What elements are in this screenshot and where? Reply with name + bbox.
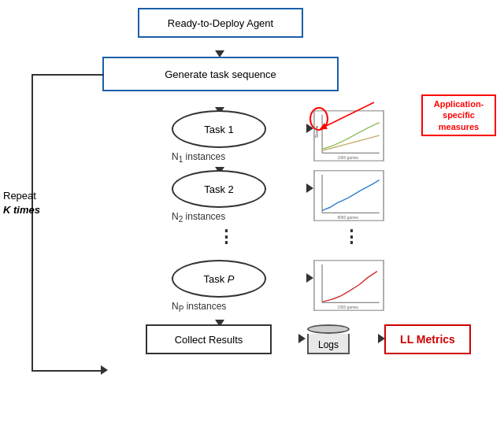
annotation-box: Application- specific measures bbox=[421, 94, 496, 136]
loop-bottom-line bbox=[32, 370, 104, 372]
ready-to-deploy-box: Ready-to-Deploy Agent bbox=[138, 8, 303, 38]
chartP-thumbnail: 1500 games bbox=[313, 260, 384, 311]
arrowhead-to-chartP bbox=[306, 273, 313, 283]
arrow-taskP-to-collect bbox=[0, 57, 2, 80]
arrowhead-to-chart2 bbox=[306, 183, 313, 193]
loop-top-line bbox=[32, 74, 104, 76]
arrow-ready-to-generate bbox=[0, 0, 2, 14]
svg-text:1000 games: 1000 games bbox=[337, 156, 358, 160]
taskP-ellipse: Task P bbox=[172, 260, 266, 298]
svg-text:8000 games: 8000 games bbox=[337, 216, 358, 220]
arrowhead-to-logs bbox=[298, 334, 306, 343]
n2-instances-label: N2 instances bbox=[172, 211, 225, 224]
svg-text:1500 games: 1500 games bbox=[337, 305, 358, 309]
dots-vertical-1: ⋮ bbox=[217, 227, 235, 247]
arrow-logs-to-llmetrics bbox=[0, 82, 30, 83]
logs-cylinder: Logs bbox=[306, 323, 351, 356]
np-instances-label: NP instances bbox=[172, 301, 226, 313]
loop-arrowhead bbox=[101, 365, 108, 375]
diagram: Ready-to-Deploy Agent Generate task sequ… bbox=[0, 0, 504, 422]
loop-left-line bbox=[32, 74, 33, 372]
collect-results-box: Collect Results bbox=[146, 324, 272, 354]
task1-ellipse: Task 1 bbox=[172, 110, 266, 148]
chart2-thumbnail: 8000 games bbox=[313, 170, 384, 221]
annotation-circle bbox=[309, 107, 328, 131]
arrow-taskP-to-chartP bbox=[0, 55, 43, 57]
generate-task-box: Generate task sequence bbox=[102, 57, 339, 91]
dots-vertical-2: ⋮ bbox=[343, 227, 361, 247]
repeat-label: Repeat K times bbox=[3, 189, 40, 217]
n1-instances-label: N1 instances bbox=[172, 151, 225, 164]
ll-metrics-box: LL Metrics bbox=[384, 324, 471, 354]
arrow-task1-to-chart1 bbox=[0, 31, 43, 33]
task2-ellipse: Task 2 bbox=[172, 170, 266, 208]
arrow-generate-to-task1 bbox=[0, 14, 2, 31]
arrow-task1-to-task2 bbox=[0, 33, 2, 54]
